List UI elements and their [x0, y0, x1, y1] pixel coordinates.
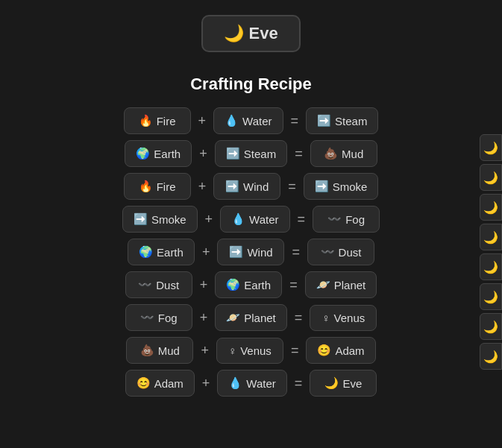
- title-button[interactable]: 🌙 Eve: [201, 15, 300, 52]
- input1-badge[interactable]: 💩 Mud: [126, 337, 193, 364]
- sidebar-moon-icon[interactable]: 🌙: [480, 134, 502, 161]
- sidebar-moon-icon[interactable]: 🌙: [480, 313, 502, 340]
- equals-operator: =: [295, 376, 303, 391]
- input1-label: Fog: [158, 312, 178, 324]
- equals-operator: =: [295, 146, 303, 162]
- input1-emoji: 〰️: [138, 278, 152, 291]
- main-container: 🌙 Eve Crafting Recipe 🔥 Fire + 💧 Water =…: [0, 0, 502, 411]
- input1-label: Mud: [158, 344, 180, 357]
- plus-operator: +: [205, 212, 213, 227]
- input2-emoji: ➡️: [225, 180, 239, 193]
- recipe-list: 🔥 Fire + 💧 Water = ➡️ Steam 🌍 Earth + ➡️…: [122, 107, 380, 397]
- output-badge[interactable]: 〰️ Fog: [313, 206, 380, 233]
- output-emoji: ➡️: [315, 180, 329, 193]
- output-badge[interactable]: 😊 Adam: [306, 337, 375, 364]
- sidebar: 🌙🌙🌙🌙🌙🌙🌙🌙: [480, 0, 502, 373]
- input1-badge[interactable]: 🔥 Fire: [124, 107, 191, 134]
- output-label: Venus: [334, 312, 365, 324]
- output-badge[interactable]: 🪐 Planet: [305, 271, 377, 298]
- title-emoji: 🌙: [224, 24, 244, 42]
- output-emoji: 🪐: [316, 278, 330, 291]
- input2-emoji: 💧: [231, 212, 245, 226]
- input1-badge[interactable]: 🌍 Earth: [125, 140, 192, 167]
- sidebar-moon-icon[interactable]: 🌙: [480, 224, 502, 250]
- input2-badge[interactable]: 💧 Water: [220, 206, 289, 233]
- recipe-row: 😊 Adam + 💧 Water = 🌙 Eve: [125, 370, 377, 397]
- input2-badge[interactable]: ➡️ Wind: [213, 173, 280, 200]
- input2-emoji: 🪐: [226, 311, 240, 324]
- plus-operator: +: [202, 376, 210, 391]
- input1-emoji: 🌍: [139, 245, 153, 259]
- input2-badge[interactable]: 🌍 Earth: [215, 271, 282, 298]
- input1-badge[interactable]: 🌍 Earth: [128, 239, 195, 265]
- input1-label: Earth: [157, 246, 183, 259]
- recipe-row: 🌍 Earth + ➡️ Wind = 〰️ Dust: [128, 239, 374, 265]
- sidebar-moon-icon[interactable]: 🌙: [480, 343, 502, 370]
- output-badge[interactable]: ➡️ Steam: [306, 107, 378, 134]
- equals-operator: =: [298, 212, 306, 227]
- input1-badge[interactable]: 🔥 Fire: [124, 173, 191, 200]
- input2-badge[interactable]: ➡️ Steam: [215, 140, 287, 167]
- input2-emoji: ➡️: [226, 147, 240, 160]
- sidebar-moon-icon[interactable]: 🌙: [480, 253, 502, 280]
- input1-badge[interactable]: ➡️ Smoke: [122, 206, 198, 233]
- input1-label: Smoke: [151, 213, 186, 226]
- equals-operator: =: [291, 343, 299, 359]
- input2-badge[interactable]: ➡️ Wind: [217, 239, 284, 265]
- output-emoji: 〰️: [327, 212, 342, 226]
- input2-badge[interactable]: 🪐 Planet: [215, 304, 287, 331]
- recipe-row: ➡️ Smoke + 💧 Water = 〰️ Fog: [122, 206, 380, 233]
- input1-badge[interactable]: 〰️ Dust: [125, 271, 192, 298]
- input1-label: Dust: [156, 279, 179, 291]
- output-badge[interactable]: 🌙 Eve: [310, 370, 377, 397]
- equals-operator: =: [289, 277, 298, 293]
- input2-emoji: ♀️: [228, 344, 236, 357]
- plus-operator: +: [198, 179, 207, 195]
- output-badge[interactable]: ➡️ Smoke: [304, 173, 379, 200]
- output-label: Fog: [345, 213, 365, 226]
- output-label: Mud: [342, 148, 363, 160]
- output-badge[interactable]: 〰️ Dust: [307, 239, 374, 265]
- recipe-row: 🔥 Fire + 💧 Water = ➡️ Steam: [124, 107, 379, 134]
- input2-emoji: 💧: [225, 114, 239, 127]
- output-label: Planet: [334, 279, 366, 291]
- input2-badge[interactable]: ♀️ Venus: [216, 338, 283, 364]
- equals-operator: =: [291, 113, 299, 129]
- output-badge[interactable]: ♀️ Venus: [310, 305, 377, 331]
- input1-badge[interactable]: 〰️ Fog: [125, 304, 192, 331]
- output-emoji: 😊: [317, 344, 331, 357]
- input2-label: Steam: [244, 148, 276, 160]
- recipe-row: 🔥 Fire + ➡️ Wind = ➡️ Smoke: [124, 173, 379, 200]
- output-label: Dust: [339, 246, 362, 259]
- section-title: Crafting Recipe: [190, 75, 312, 94]
- input1-emoji: 🔥: [139, 114, 153, 127]
- equals-operator: =: [288, 179, 296, 195]
- input2-label: Wind: [247, 246, 272, 259]
- input2-label: Water: [242, 115, 272, 127]
- input1-emoji: 💩: [140, 344, 154, 357]
- output-badge[interactable]: 💩 Mud: [310, 140, 377, 167]
- input2-badge[interactable]: 💧 Water: [217, 370, 286, 397]
- sidebar-moon-icon[interactable]: 🌙: [480, 194, 502, 221]
- input1-badge[interactable]: 😊 Adam: [125, 370, 195, 397]
- input2-label: Water: [249, 213, 278, 226]
- recipe-row: 〰️ Dust + 🌍 Earth = 🪐 Planet: [125, 271, 377, 298]
- output-emoji: 🌙: [324, 376, 339, 390]
- equals-operator: =: [292, 244, 300, 260]
- recipe-row: 〰️ Fog + 🪐 Planet = ♀️ Venus: [125, 304, 377, 331]
- input1-emoji: 🔥: [139, 180, 153, 193]
- output-label: Eve: [342, 377, 362, 390]
- input2-emoji: ➡️: [229, 245, 243, 259]
- input2-badge[interactable]: 💧 Water: [213, 107, 283, 134]
- recipe-row: 💩 Mud + ♀️ Venus = 😊 Adam: [126, 337, 375, 364]
- sidebar-moon-icon[interactable]: 🌙: [480, 164, 502, 191]
- input1-label: Adam: [154, 377, 183, 390]
- title-label: Eve: [248, 24, 277, 42]
- plus-operator: +: [202, 244, 210, 260]
- input1-emoji: 〰️: [140, 311, 154, 324]
- plus-operator: +: [201, 343, 209, 359]
- output-label: Steam: [335, 115, 367, 127]
- output-emoji: 💩: [324, 147, 338, 160]
- input1-label: Fire: [157, 115, 176, 127]
- sidebar-moon-icon[interactable]: 🌙: [480, 283, 502, 310]
